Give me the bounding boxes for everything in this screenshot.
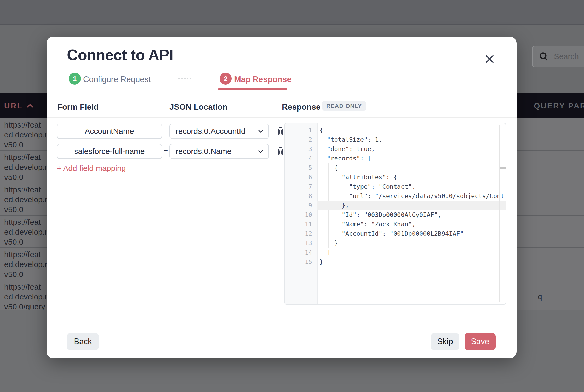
response-code-viewer: 1{2 "totalSize": 1,3 "done": true,4 "rec…: [284, 123, 506, 305]
line-number: 6: [285, 172, 317, 182]
line-number: 7: [285, 182, 317, 191]
code-text: {: [317, 163, 506, 172]
line-number: 11: [285, 220, 317, 229]
active-tab-underline: [218, 88, 287, 90]
code-line: 5 {: [285, 163, 506, 172]
progress-dot: [184, 78, 186, 79]
code-text: "Id": "003Dp00000AlGy0IAF",: [317, 210, 506, 220]
url-cell: https://feated.develop.myv50.0: [4, 217, 51, 247]
url-cell: https://feated.develop.myv50.0: [4, 250, 51, 279]
search-icon: [538, 51, 549, 62]
scrollbar-track: [499, 125, 500, 302]
chevron-down-icon: [257, 128, 264, 135]
code-text: "done": true,: [317, 144, 506, 154]
line-number: 3: [285, 144, 317, 154]
line-number: 14: [285, 248, 317, 257]
response-column-header: Response: [282, 102, 320, 112]
line-number: 5: [285, 163, 317, 172]
code-text: "Name": "Zack Khan",: [317, 220, 506, 229]
code-line: 1{: [285, 125, 506, 135]
progress-dot: [181, 78, 183, 79]
code-line: 2 "totalSize": 1,: [285, 135, 506, 144]
connect-api-modal: Connect to API 1 Configure Request 2 Map…: [47, 37, 517, 358]
scrollbar-thumb[interactable]: [500, 167, 506, 169]
progress-dot: [190, 78, 191, 79]
url-cell: https://feated.develop.myv50.0/query: [4, 282, 51, 312]
form-field-input[interactable]: AccountName: [57, 124, 162, 139]
save-button[interactable]: Save: [465, 333, 496, 350]
code-line: 8 "url": "/services/data/v50.0/sobjects/…: [285, 191, 506, 201]
form-field-input[interactable]: salesforce-full-name: [57, 144, 162, 159]
equals-sign: =: [162, 147, 169, 155]
json-location-select[interactable]: records.0.Name: [169, 144, 269, 159]
form-field-column-header: Form Field: [57, 102, 99, 112]
step-1-badge: 1: [69, 73, 81, 85]
code-text: "records": [: [317, 154, 506, 163]
code-text: }: [317, 238, 506, 248]
code-line: 13 }: [285, 238, 506, 248]
url-cell: https://feated.develop.myv50.0: [4, 152, 51, 182]
code-line: 7 "type": "Contact",: [285, 182, 506, 191]
header-divider: [47, 117, 517, 118]
code-text: }: [317, 257, 506, 267]
sort-ascending-icon: [26, 103, 34, 108]
code-text: "AccountId": "001Dp00000L2B94IAF": [317, 229, 506, 238]
footer-divider: [47, 325, 517, 325]
code-line: 14 ]: [285, 248, 506, 257]
skip-button[interactable]: Skip: [431, 333, 459, 350]
line-number: 15: [285, 257, 317, 267]
code-text: "url": "/services/data/v50.0/sobjects/Co…: [317, 191, 506, 201]
url-cell: https://feated.develop.myv50.0: [4, 185, 51, 215]
code-text: "attributes": {: [317, 172, 506, 182]
add-field-mapping-link[interactable]: + Add field mapping: [57, 164, 126, 173]
code-line: 3 "done": true,: [285, 144, 506, 154]
code-line: 11 "Name": "Zack Khan",: [285, 220, 506, 229]
line-number: 2: [285, 135, 317, 144]
url-header-label: URL: [4, 101, 23, 110]
code-text: "type": "Contact",: [317, 182, 506, 191]
modal-title: Connect to API: [67, 46, 173, 64]
column-header-url: URL: [4, 93, 34, 118]
close-icon: [484, 53, 495, 65]
line-number: 4: [285, 154, 317, 163]
json-location-column-header: JSON Location: [169, 102, 227, 112]
line-number: 8: [285, 191, 317, 201]
step-2-badge: 2: [220, 73, 232, 85]
back-button[interactable]: Back: [67, 333, 99, 350]
line-number: 10: [285, 210, 317, 220]
line-number: 1: [285, 125, 317, 135]
background-topbar: [0, 0, 584, 25]
code-lines: 1{2 "totalSize": 1,3 "done": true,4 "rec…: [285, 125, 506, 267]
code-text: "totalSize": 1,: [317, 135, 506, 144]
code-line: 10 "Id": "003Dp00000AlGy0IAF",: [285, 210, 506, 220]
progress-dot: [178, 78, 180, 79]
line-number: 12: [285, 229, 317, 238]
progress-dot: [187, 78, 188, 79]
field-mapping-row: salesforce-full-name = records.0.Name: [57, 144, 287, 159]
column-header-query-param: QUERY PARAM: [534, 93, 584, 118]
code-text: {: [317, 125, 506, 135]
code-line: 6 "attributes": {: [285, 172, 506, 182]
code-line: 15}: [285, 257, 506, 267]
close-button[interactable]: [483, 53, 496, 66]
json-location-select[interactable]: records.0.AccountId: [169, 124, 269, 139]
url-cell: https://feated.develop.myv50.0: [4, 120, 51, 150]
query-param-cell: q: [538, 292, 542, 301]
code-text: ]: [317, 248, 506, 257]
search-placeholder: Search: [554, 52, 579, 61]
code-text: },: [317, 201, 506, 210]
line-number: 13: [285, 238, 317, 248]
chevron-down-icon: [257, 148, 264, 155]
tab-map-response[interactable]: Map Response: [234, 75, 291, 84]
read-only-badge: READ ONLY: [322, 101, 366, 111]
code-line: 12 "AccountId": "001Dp00000L2B94IAF": [285, 229, 506, 238]
code-line: 9 },: [285, 201, 506, 210]
step-progress-dots: [178, 78, 191, 79]
field-mappings: AccountName = records.0.AccountId salesf…: [57, 124, 287, 164]
screen: Search URL QUERY PARAM https://feated.de…: [0, 0, 584, 392]
equals-sign: =: [162, 127, 169, 135]
code-line: 4 "records": [: [285, 154, 506, 163]
tabs-divider: [47, 91, 308, 91]
field-mapping-row: AccountName = records.0.AccountId: [57, 124, 287, 139]
tab-configure-request[interactable]: Configure Request: [83, 75, 151, 84]
